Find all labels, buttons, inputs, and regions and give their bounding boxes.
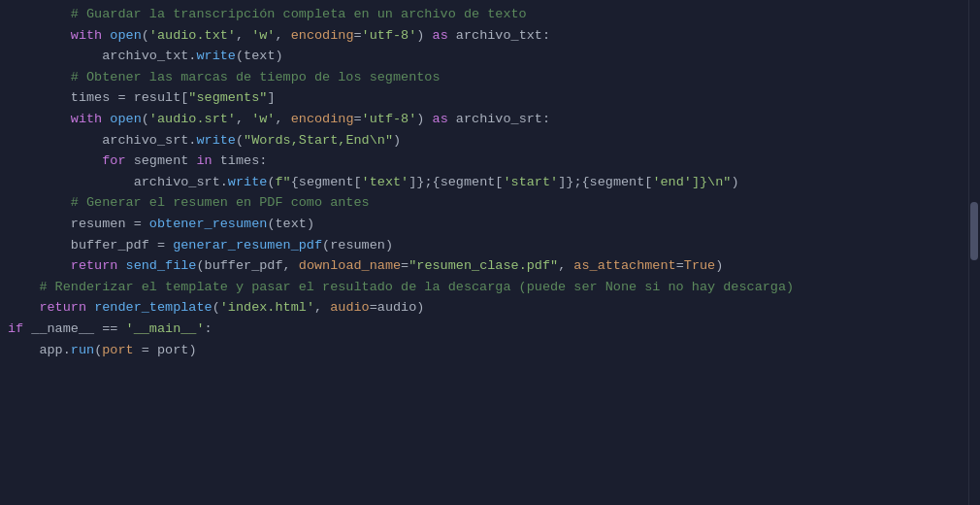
- token: 'end': [652, 175, 692, 189]
- line-content: times = result["segments"]: [8, 87, 980, 109]
- scrollbar-thumb[interactable]: [970, 202, 978, 260]
- token: ): [416, 28, 432, 43]
- code-line: for segment in times:: [0, 151, 980, 172]
- line-content: resumen = obtener_resumen(text): [8, 214, 980, 235]
- line-content: app.run(port = port): [8, 340, 980, 361]
- token: ): [715, 258, 723, 273]
- token: ,: [236, 28, 251, 43]
- code-line: # Renderizar el template y pasar el resu…: [0, 277, 980, 298]
- token: =: [149, 238, 173, 252]
- token: ): [731, 175, 738, 189]
- token: :: [542, 112, 550, 126]
- token: # Guardar la transcripción completa en u…: [71, 7, 527, 21]
- token: times:: [212, 153, 268, 168]
- code-line: app.run(port = port): [0, 340, 980, 361]
- token: ]}: [558, 175, 573, 189]
- token: =: [134, 343, 157, 357]
- token: encoding: [291, 112, 354, 126]
- token: =: [126, 217, 149, 231]
- token: 'w': [251, 28, 275, 43]
- token: port: [102, 343, 133, 357]
- token: True: [684, 258, 715, 273]
- token: for: [102, 153, 125, 168]
- token: 'w': [251, 112, 275, 126]
- token: buffer_pdf: [205, 258, 283, 273]
- token: si no hay descarga): [637, 280, 794, 294]
- token: audio: [377, 300, 417, 315]
- code-line: # Generar el resumen en PDF como antes: [0, 192, 980, 214]
- token: "resumen_clase.pdf": [408, 258, 558, 273]
- token: as_attachment: [573, 258, 675, 273]
- token: if: [8, 321, 23, 336]
- token: port: [157, 343, 188, 357]
- line-content: archivo_txt.write(text): [8, 46, 980, 67]
- token: ]}\n": [692, 175, 732, 189]
- token: {segment[: [581, 175, 652, 189]
- token: (: [142, 28, 149, 43]
- token: 'audio.txt': [149, 28, 236, 43]
- token: ,: [275, 28, 290, 43]
- token: f": [275, 175, 290, 189]
- token: as: [433, 28, 448, 43]
- code-line: times = result["segments"]: [0, 87, 980, 109]
- token: ): [416, 112, 432, 126]
- token: '__main__': [126, 321, 205, 336]
- line-content: for segment in times:: [8, 151, 980, 172]
- line-content: with open('audio.srt', 'w', encoding='ut…: [8, 109, 980, 130]
- token: :: [542, 28, 550, 43]
- token: open: [110, 112, 141, 126]
- token: buffer_pdf: [71, 238, 149, 252]
- line-content: archivo_srt.write("Words,Start,End\n"): [8, 130, 980, 152]
- token: # Renderizar el template y pasar el resu…: [39, 280, 637, 294]
- token: {segment[: [433, 175, 504, 189]
- code-line: resumen = obtener_resumen(text): [0, 214, 980, 235]
- line-content: with open('audio.txt', 'w', encoding='ut…: [8, 25, 980, 47]
- token: ): [385, 238, 393, 252]
- token: archivo_srt: [448, 112, 542, 126]
- line-content: buffer_pdf = generar_resumen_pdf(resumen…: [8, 235, 980, 256]
- token: generar_resumen_pdf: [173, 238, 322, 252]
- code-line: with open('audio.txt', 'w', encoding='ut…: [0, 25, 980, 47]
- token: text: [275, 217, 306, 231]
- token: in: [196, 153, 212, 168]
- token: resumen: [330, 238, 385, 252]
- token: write: [228, 175, 268, 189]
- code-line: # Obtener las marcas de tiempo de los se…: [0, 67, 980, 88]
- token: ]}: [408, 175, 424, 189]
- scrollbar-track[interactable]: [968, 0, 980, 505]
- token: .: [220, 175, 228, 189]
- token: (: [322, 238, 330, 252]
- token: run: [71, 343, 94, 357]
- token: =: [110, 90, 133, 105]
- code-line: archivo_txt.write(text): [0, 46, 980, 67]
- token: (: [236, 133, 244, 148]
- token: return: [39, 300, 86, 315]
- token: render_template: [94, 300, 212, 315]
- token: times: [71, 90, 111, 105]
- code-line: return render_template('index.html', aud…: [0, 297, 980, 319]
- token: obtener_resumen: [149, 217, 268, 231]
- line-content: archivo_srt.write(f"{segment['text']};{s…: [8, 172, 980, 193]
- token: send_file: [126, 258, 197, 273]
- token: encoding: [291, 28, 354, 43]
- token: [117, 258, 125, 273]
- code-line: buffer_pdf = generar_resumen_pdf(resumen…: [0, 235, 980, 256]
- token: archivo_txt: [102, 49, 188, 63]
- code-editor: # Guardar la transcripción completa en u…: [0, 0, 980, 505]
- token: 'text': [362, 175, 409, 189]
- code-line: return send_file(buffer_pdf, download_na…: [0, 255, 980, 277]
- token: text: [244, 49, 275, 63]
- token: ,: [558, 258, 573, 273]
- token: return: [71, 258, 118, 273]
- token: =: [354, 28, 362, 43]
- token: {segment[: [291, 175, 362, 189]
- token: "segments": [188, 90, 267, 105]
- token: # Obtener las marcas de tiempo de los se…: [71, 70, 441, 84]
- token: [86, 300, 94, 315]
- token: ,: [283, 258, 299, 273]
- token: (: [212, 300, 220, 315]
- line-content: # Guardar la transcripción completa en u…: [8, 4, 980, 25]
- line-content: # Obtener las marcas de tiempo de los se…: [8, 67, 980, 88]
- token: ): [307, 217, 314, 231]
- token: archivo_srt: [134, 175, 220, 189]
